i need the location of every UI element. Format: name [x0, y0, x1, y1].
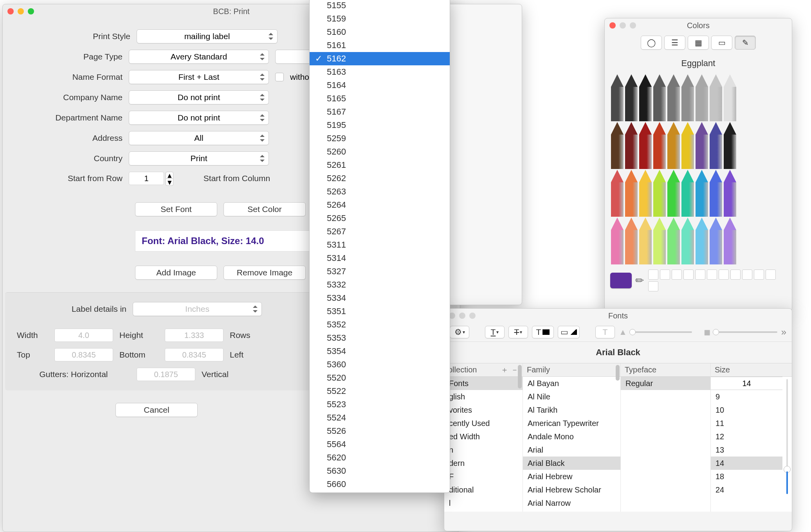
list-item[interactable]: Al Tarikh [523, 403, 620, 417]
eyedropper-icon[interactable]: ✎ [633, 273, 647, 288]
menu-item[interactable]: 5314 [310, 252, 450, 265]
swatch-slot[interactable] [719, 270, 729, 280]
close-button[interactable] [7, 8, 14, 14]
list-item[interactable]: dern [444, 457, 523, 470]
menu-item[interactable]: 5260 [310, 145, 450, 158]
pencil-swatch[interactable] [611, 217, 624, 264]
country-dropdown[interactable]: Print [129, 151, 269, 165]
menu-item[interactable]: 5163 [310, 65, 450, 79]
list-item[interactable]: 24 [711, 483, 782, 496]
pencil-swatch[interactable] [696, 122, 708, 169]
pencil-swatch[interactable] [611, 170, 624, 217]
list-item[interactable]: Al Nile [523, 390, 620, 403]
pencil-swatch[interactable] [681, 74, 694, 121]
pencil-swatch[interactable] [625, 122, 638, 169]
menu-item[interactable]: 5263 [310, 185, 450, 198]
pencil-swatch[interactable] [653, 74, 666, 121]
shadow-opacity-slider[interactable]: ▲ [619, 327, 692, 337]
underline-menu[interactable]: T▾ [485, 326, 505, 338]
list-item[interactable]: 11 [711, 417, 782, 430]
colors-tab-image[interactable]: ▭ [711, 36, 732, 50]
list-item[interactable]: ed Width [444, 430, 523, 443]
menu-item[interactable]: 5520 [310, 371, 450, 385]
menu-item[interactable]: 5660 [310, 478, 450, 491]
swatch-slot[interactable] [754, 270, 764, 280]
pencil-swatch[interactable] [667, 122, 680, 169]
set-font-button[interactable]: Set Font [135, 202, 217, 216]
size-slider[interactable] [782, 377, 792, 496]
menu-item[interactable]: 5360 [310, 358, 450, 371]
start-row-input[interactable] [129, 172, 164, 185]
start-row-stepper[interactable]: ▴ ▾ [166, 172, 173, 186]
cancel-button[interactable]: Cancel [115, 403, 198, 417]
size-input[interactable] [711, 377, 782, 390]
list-item[interactable]: Andale Mono [523, 430, 620, 443]
list-item[interactable]: 9 [711, 390, 782, 403]
minimize-button[interactable] [18, 8, 24, 14]
menu-item[interactable]: 5195 [310, 119, 450, 132]
gear-menu[interactable]: ⚙︎▾ [450, 326, 469, 338]
menu-item[interactable]: 5311 [310, 238, 450, 252]
zoom-button[interactable] [630, 22, 636, 29]
pencil-swatch[interactable] [710, 170, 722, 217]
pencil-swatch[interactable] [667, 74, 680, 121]
pencil-swatch[interactable] [653, 217, 666, 264]
menu-item[interactable]: 5267 [310, 225, 450, 238]
minimize-button[interactable] [620, 22, 626, 29]
list-item[interactable]: 10 [711, 403, 782, 417]
swatch-slot[interactable] [672, 270, 682, 280]
pencil-swatch[interactable] [667, 217, 680, 264]
bottom-input[interactable] [165, 348, 223, 361]
menu-item[interactable]: 5262 [310, 172, 450, 185]
menu-item[interactable]: 5261 [310, 158, 450, 172]
shadow-blur-slider[interactable]: ◼︎ [704, 327, 777, 337]
gutters-h-input[interactable] [137, 368, 195, 381]
pencil-swatch[interactable] [710, 74, 722, 121]
menu-item[interactable]: 5332 [310, 278, 450, 291]
zoom-button[interactable] [28, 8, 34, 14]
swatch-slot[interactable] [683, 270, 694, 280]
list-item[interactable]: 14 [711, 457, 782, 470]
minimize-button[interactable] [459, 313, 465, 319]
menu-item[interactable]: 5259 [310, 132, 450, 145]
list-item[interactable]: Regular [621, 377, 710, 390]
swatch-slot[interactable] [742, 270, 752, 280]
menu-item[interactable]: 5334 [310, 291, 450, 305]
list-item[interactable]: Arial Hebrew Scholar [523, 483, 620, 496]
scrollbar[interactable] [616, 365, 620, 510]
swatch-slot[interactable] [695, 270, 705, 280]
scrollbar[interactable] [518, 365, 522, 510]
menu-item[interactable]: 5523 [310, 398, 450, 411]
document-color-button[interactable]: ▭ [558, 326, 580, 338]
pencil-swatch[interactable] [667, 170, 680, 217]
pencil-swatch[interactable] [625, 170, 638, 217]
menu-item[interactable]: 5526 [310, 424, 450, 438]
name-format-dropdown[interactable]: First + Last [129, 70, 269, 84]
height-input[interactable] [165, 329, 223, 342]
menu-item[interactable]: 5352 [310, 318, 450, 331]
list-item[interactable]: Fonts [444, 377, 523, 390]
menu-item[interactable]: 5264 [310, 198, 450, 212]
menu-item[interactable]: 5353 [310, 331, 450, 345]
pencil-swatch[interactable] [710, 122, 722, 169]
add-image-button[interactable]: Add Image [135, 266, 217, 280]
remove-collection-button[interactable]: － [511, 365, 519, 375]
pencil-swatch[interactable] [639, 74, 652, 121]
pencil-swatch[interactable] [724, 74, 736, 121]
menu-item[interactable]: 5165 [310, 92, 450, 105]
pencil-swatch[interactable] [639, 170, 652, 217]
list-item[interactable]: 12 [711, 430, 782, 443]
menu-item[interactable]: 5160 [310, 25, 450, 39]
list-item[interactable]: 18 [711, 470, 782, 483]
pencil-swatch[interactable] [681, 170, 694, 217]
menu-item[interactable]: 5620 [310, 451, 450, 464]
department-dropdown[interactable]: Do not print [129, 111, 269, 125]
menu-item[interactable]: 5630 [310, 464, 450, 478]
pencil-swatch[interactable] [639, 122, 652, 169]
pencil-swatch[interactable] [724, 217, 736, 264]
menu-item[interactable]: 5265 [310, 212, 450, 225]
pencil-swatch[interactable] [639, 217, 652, 264]
units-dropdown[interactable]: Inches [133, 302, 262, 316]
pencil-swatch[interactable] [625, 74, 638, 121]
list-item[interactable]: cently Used [444, 417, 523, 430]
